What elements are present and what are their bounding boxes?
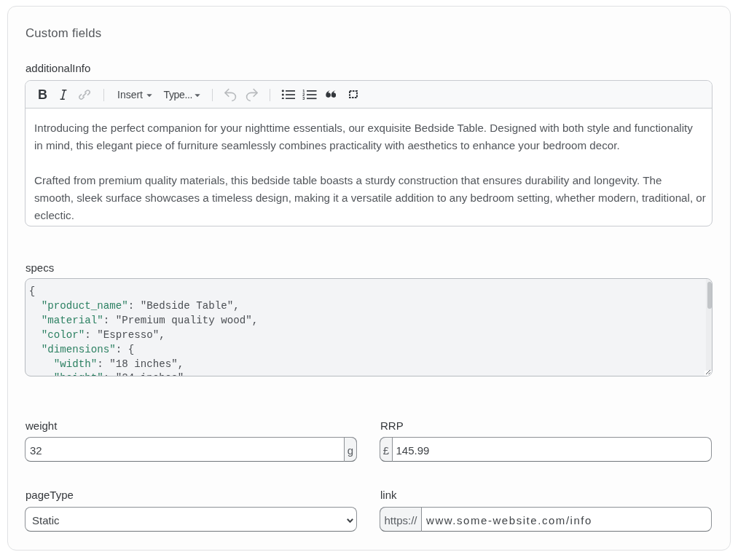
svg-text:3: 3 bbox=[302, 97, 305, 101]
